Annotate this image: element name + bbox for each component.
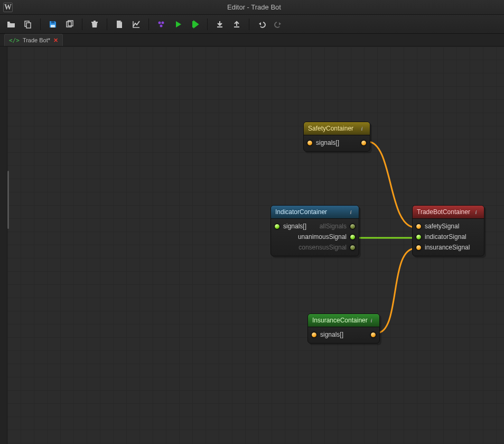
copy-button[interactable]	[21, 17, 35, 31]
delete-button[interactable]	[88, 17, 101, 31]
window-title: Editor - Trade Bot	[17, 3, 491, 11]
tab-label: Trade Bot*	[23, 37, 50, 43]
node-header[interactable]: TradeBotContainer i	[413, 206, 484, 219]
tab-close-icon[interactable]: ✕	[53, 37, 58, 44]
node-header[interactable]: SafetyContainer i	[304, 122, 370, 135]
input-port-insurance[interactable]	[416, 245, 422, 251]
node-title: SafetyContainer	[308, 125, 358, 132]
node-title: IndicatorContainer	[275, 208, 347, 216]
left-gutter	[0, 47, 7, 444]
redo-button[interactable]	[272, 17, 285, 31]
panel-drag-handle[interactable]	[7, 171, 9, 229]
output-label: consensusSignal	[298, 244, 347, 251]
input-port[interactable]	[311, 332, 317, 338]
input-label: insuranceSignal	[425, 244, 470, 251]
node-insurance-container[interactable]: InsuranceContainer i signals[]	[307, 313, 380, 344]
output-port[interactable]	[370, 332, 376, 338]
input-label: indicatorSignal	[425, 233, 466, 240]
node-header[interactable]: InsuranceContainer i	[308, 314, 379, 327]
node-title: TradeBotContainer	[417, 208, 472, 216]
svg-rect-11	[217, 26, 222, 27]
node-indicator-container[interactable]: IndicatorContainer i signals[] allSignal…	[270, 205, 359, 256]
svg-rect-12	[234, 26, 239, 27]
svg-rect-2	[51, 21, 54, 23]
input-port[interactable]	[307, 140, 313, 146]
tab-trade-bot[interactable]: </> Trade Bot* ✕	[4, 34, 63, 46]
node-safety-container[interactable]: SafetyContainer i signals[]	[303, 122, 370, 152]
chart-button[interactable]	[129, 17, 143, 31]
input-port[interactable]	[274, 224, 280, 229]
undo-button[interactable]	[255, 17, 268, 31]
input-port-safety[interactable]	[416, 224, 422, 229]
output-port-unanimous[interactable]	[350, 234, 356, 240]
info-icon[interactable]: i	[472, 208, 480, 216]
output-label: unanimousSignal	[298, 233, 347, 240]
svg-rect-6	[91, 22, 98, 23]
input-label: signals[]	[316, 139, 339, 146]
node-header[interactable]: IndicatorContainer i	[271, 206, 359, 219]
svg-point-8	[158, 21, 161, 24]
modules-button[interactable]	[154, 17, 168, 31]
clone-button[interactable]	[63, 17, 77, 31]
svg-point-10	[160, 24, 163, 27]
info-icon[interactable]: i	[358, 125, 366, 132]
window-titlebar: W Editor - Trade Bot	[0, 0, 504, 15]
upload-button[interactable]	[230, 17, 244, 31]
svg-rect-3	[51, 25, 55, 27]
run-button[interactable]	[171, 17, 185, 31]
tab-row: </> Trade Bot* ✕	[0, 34, 504, 47]
svg-rect-7	[94, 21, 96, 22]
download-button[interactable]	[213, 17, 227, 31]
restart-button[interactable]	[188, 17, 202, 31]
save-button[interactable]	[46, 17, 60, 31]
output-port[interactable]	[361, 140, 367, 146]
output-label: allSignals	[320, 223, 347, 230]
input-label: signals[]	[283, 223, 306, 230]
new-file-button[interactable]	[113, 17, 126, 31]
output-port-consensus[interactable]	[350, 245, 356, 251]
svg-point-9	[162, 21, 164, 24]
input-label: signals[]	[320, 331, 343, 338]
node-tradebot-container[interactable]: TradeBotContainer i safetySignal indicat…	[412, 205, 484, 256]
output-port-allsignals[interactable]	[350, 224, 356, 229]
graph-canvas[interactable]: SafetyContainer i signals[] IndicatorCon…	[7, 47, 504, 444]
toolbar	[0, 15, 504, 34]
input-port-indicator[interactable]	[416, 234, 422, 240]
app-icon: W	[3, 3, 13, 12]
open-folder-button[interactable]	[4, 17, 18, 31]
code-icon: </>	[9, 37, 20, 44]
info-icon[interactable]: i	[347, 208, 354, 216]
node-title: InsuranceContainer	[312, 317, 368, 324]
info-icon[interactable]: i	[368, 317, 375, 324]
input-label: safetySignal	[425, 223, 459, 230]
svg-rect-1	[26, 23, 31, 28]
